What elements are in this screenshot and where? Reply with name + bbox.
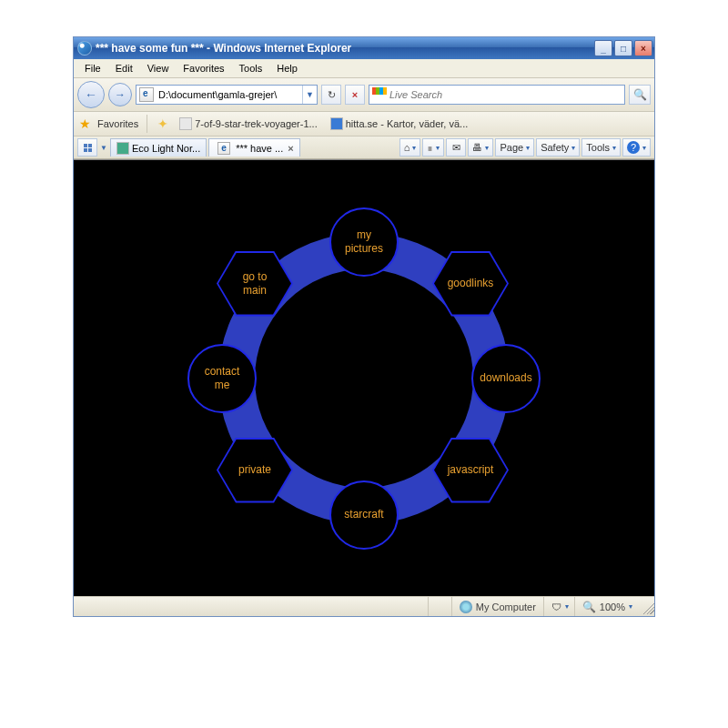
print-button[interactable]: 🖶▾ [468, 138, 493, 157]
node-label: private [218, 440, 291, 501]
status-zone: My Computer [451, 597, 543, 616]
menu-file[interactable]: File [77, 61, 108, 76]
safety-menu-button[interactable]: Safety▾ [536, 138, 580, 157]
tab-have-fun[interactable]: *** have ... × [208, 138, 299, 157]
zone-icon [460, 601, 472, 613]
navigation-toolbar: ← → D:\document\gamla-grejer\ ▼ ↻ × 🔍 [74, 78, 654, 112]
node-starcraft[interactable]: starcraft [329, 480, 399, 550]
mail-icon: ✉ [452, 142, 460, 154]
safety-menu-label: Safety [541, 142, 569, 153]
node-contact-me[interactable]: contact me [187, 344, 257, 413]
zoom-icon: 🔍 [582, 601, 596, 613]
close-button[interactable]: × [634, 40, 652, 56]
menubar: File Edit View Favorites Tools Help [74, 59, 654, 78]
tab-list-dropdown[interactable]: ▼ [99, 144, 108, 152]
mail-button[interactable]: ✉ [446, 138, 466, 157]
favorite-link-1-label: 7-of-9-star-trek-voyager-1... [195, 118, 317, 129]
address-dropdown-icon[interactable]: ▼ [302, 86, 317, 104]
resize-grip[interactable] [640, 600, 654, 614]
address-bar[interactable]: D:\document\gamla-grejer\ ▼ [136, 85, 318, 105]
window-title: *** have some fun *** - Windows Internet… [96, 42, 594, 55]
help-icon: ? [627, 141, 640, 154]
tab-label: *** have ... [236, 143, 283, 154]
node-label: goodlinks [434, 253, 507, 315]
status-zoom[interactable]: 🔍 100% ▾ [574, 597, 640, 616]
status-popup-blocker[interactable] [428, 597, 451, 616]
feeds-button[interactable]: ∎▾ [422, 138, 444, 157]
command-bar: ⌂▾ ∎▾ ✉ 🖶▾ Page▾ Safety▾ Tools▾ ?▾ [399, 138, 651, 157]
print-icon: 🖶 [472, 142, 482, 153]
home-icon: ⌂ [404, 142, 410, 153]
menu-view[interactable]: View [140, 61, 177, 76]
menu-edit[interactable]: Edit [108, 61, 140, 76]
page-icon [139, 87, 154, 102]
tab-close-icon[interactable]: × [288, 143, 293, 154]
site-icon [330, 117, 343, 130]
quick-tabs-button[interactable] [77, 138, 97, 157]
rss-icon: ∎ [427, 142, 433, 154]
forward-button[interactable]: → [108, 83, 132, 106]
help-button[interactable]: ?▾ [622, 138, 651, 157]
zone-label: My Computer [476, 602, 536, 612]
page-menu-button[interactable]: Page▾ [495, 138, 534, 157]
node-label: javascript [434, 440, 507, 501]
home-button[interactable]: ⌂▾ [399, 138, 421, 157]
tab-icon [116, 142, 129, 155]
stop-button[interactable]: × [345, 85, 365, 105]
refresh-button[interactable]: ↻ [321, 85, 341, 105]
shield-icon: 🛡 [551, 602, 561, 612]
search-button[interactable]: 🔍 [629, 85, 651, 105]
favorite-link-2[interactable]: hitta.se - Kartor, väder, vä... [327, 116, 472, 131]
grid-icon [84, 144, 92, 152]
minimize-button[interactable]: _ [594, 40, 612, 56]
back-button[interactable]: ← [77, 81, 105, 108]
tab-icon [217, 142, 230, 155]
node-my-pictures[interactable]: my pictures [329, 207, 399, 277]
tools-menu-button[interactable]: Tools▾ [581, 138, 621, 157]
favorite-link-1[interactable]: 7-of-9-star-trek-voyager-1... [176, 116, 320, 131]
status-protected-mode[interactable]: 🛡▾ [543, 597, 574, 616]
status-bar: My Computer 🛡▾ 🔍 100% ▾ [74, 596, 654, 616]
titlebar: *** have some fun *** - Windows Internet… [74, 37, 654, 59]
maximize-button[interactable]: □ [614, 40, 632, 56]
status-message [74, 597, 428, 616]
menu-help[interactable]: Help [269, 61, 305, 76]
ring-menu: my pictures goodlinks downloads javascri… [218, 233, 510, 524]
chevron-down-icon: ▾ [629, 602, 632, 611]
tab-toolbar: ▼ Eco Light Nor... *** have ... × ⌂▾ ∎▾ … [74, 136, 654, 159]
favorites-star-icon[interactable]: ★ [77, 116, 92, 131]
page-icon [179, 117, 192, 130]
favorites-bar: ★ Favorites ✦ 7-of-9-star-trek-voyager-1… [74, 112, 654, 136]
zoom-label: 100% [600, 602, 625, 612]
ie-icon [77, 41, 92, 56]
node-label: go to main [218, 253, 291, 315]
tools-menu-label: Tools [586, 142, 610, 153]
browser-window: *** have some fun *** - Windows Internet… [73, 36, 655, 617]
favorites-label[interactable]: Favorites [97, 118, 138, 129]
node-downloads[interactable]: downloads [471, 344, 541, 413]
suggested-sites-icon[interactable]: ✦ [156, 116, 170, 131]
favorite-link-2-label: hitta.se - Kartor, väder, vä... [346, 118, 469, 129]
page-menu-label: Page [500, 142, 523, 153]
page-content: my pictures goodlinks downloads javascri… [74, 159, 654, 596]
search-bar[interactable] [369, 85, 625, 105]
tab-eco-light[interactable]: Eco Light Nor... [110, 138, 207, 157]
address-input[interactable]: D:\document\gamla-grejer\ [157, 89, 302, 100]
tab-label: Eco Light Nor... [132, 143, 200, 154]
separator [147, 115, 147, 133]
menu-tools[interactable]: Tools [232, 61, 270, 76]
menu-favorites[interactable]: Favorites [176, 61, 231, 76]
search-provider-icon [372, 87, 387, 102]
search-input[interactable] [389, 89, 624, 100]
